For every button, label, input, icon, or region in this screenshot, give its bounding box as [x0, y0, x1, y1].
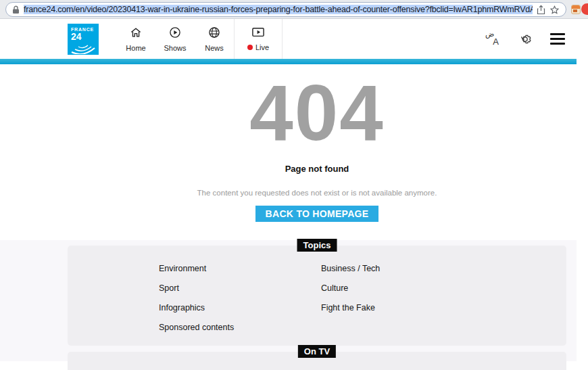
topic-link-sport[interactable]: Sport — [159, 283, 321, 303]
bookmark-star-icon[interactable] — [549, 5, 560, 15]
topic-link-environment[interactable]: Environment — [159, 264, 321, 283]
main-nav: Home Shows — [116, 26, 234, 52]
topics-badge: Topics — [297, 239, 337, 252]
brand-blue-bar — [0, 59, 577, 64]
globe-icon — [207, 26, 221, 42]
tv-play-icon — [251, 26, 266, 41]
browser-profile-avatar[interactable] — [581, 3, 588, 15]
url-selected-text: france24.com/en/video/20230413-war-in-uk… — [24, 5, 533, 14]
home-icon — [129, 26, 143, 42]
error-message: The content you requested does not exist… — [68, 189, 566, 197]
error-title: Page not found — [68, 164, 566, 174]
live-red-dot — [247, 45, 253, 50]
live-label: Live — [255, 43, 269, 51]
topic-link-infographics[interactable]: Infographics — [159, 303, 321, 323]
on-tv-panel: On TV — [68, 352, 566, 370]
on-tv-badge: On TV — [298, 345, 336, 358]
topic-link-culture[interactable]: Culture — [321, 283, 566, 303]
topics-links: Environment Sport Infographics Sponsored… — [159, 264, 566, 342]
site-header: FRANCE 24 Home — [0, 19, 577, 59]
hamburger-menu-icon[interactable] — [550, 33, 565, 45]
nav-item-shows[interactable]: Shows — [155, 26, 195, 52]
topics-panel: Topics Environment Sport Infographics Sp… — [68, 246, 566, 346]
browser-toolbar: france24.com/en/video/20230413-war-in-uk… — [0, 0, 588, 19]
logo-ripple-graphic — [69, 41, 97, 54]
page-viewport: FRANCE 24 Home — [0, 19, 577, 361]
back-to-homepage-button[interactable]: BACK TO HOMEPAGE — [255, 206, 379, 222]
play-circle-icon — [168, 26, 182, 42]
language-switch-icon[interactable]: ض A — [485, 32, 500, 47]
footer-sections: Topics Environment Sport Infographics Sp… — [0, 240, 577, 361]
gear-icon[interactable] — [518, 32, 532, 46]
header-actions: ض A — [485, 32, 565, 47]
nav-label: Home — [126, 44, 145, 52]
france24-logo[interactable]: FRANCE 24 — [68, 24, 99, 55]
nav-label: News — [205, 44, 224, 52]
lock-icon — [12, 5, 20, 14]
topic-link-sponsored-contents[interactable]: Sponsored contents — [159, 323, 321, 342]
nav-label: Shows — [164, 44, 186, 52]
topic-link-fight-the-fake[interactable]: Fight the Fake — [321, 303, 566, 323]
share-icon[interactable] — [537, 5, 545, 15]
lang-latin-glyph: A — [493, 37, 499, 47]
error-code: 404 — [68, 74, 566, 152]
header-divider — [282, 19, 283, 59]
url-input[interactable]: france24.com/en/video/20230413-war-in-uk… — [24, 5, 533, 14]
url-bar[interactable]: france24.com/en/video/20230413-war-in-uk… — [5, 2, 566, 17]
nav-item-live[interactable]: Live — [235, 26, 282, 51]
error-section: 404 Page not found The content you reque… — [0, 64, 577, 240]
topic-link-business-tech[interactable]: Business / Tech — [321, 264, 566, 283]
nav-item-news[interactable]: News — [195, 26, 234, 52]
nav-item-home[interactable]: Home — [116, 26, 155, 52]
browser-extension-icon[interactable] — [571, 5, 581, 14]
